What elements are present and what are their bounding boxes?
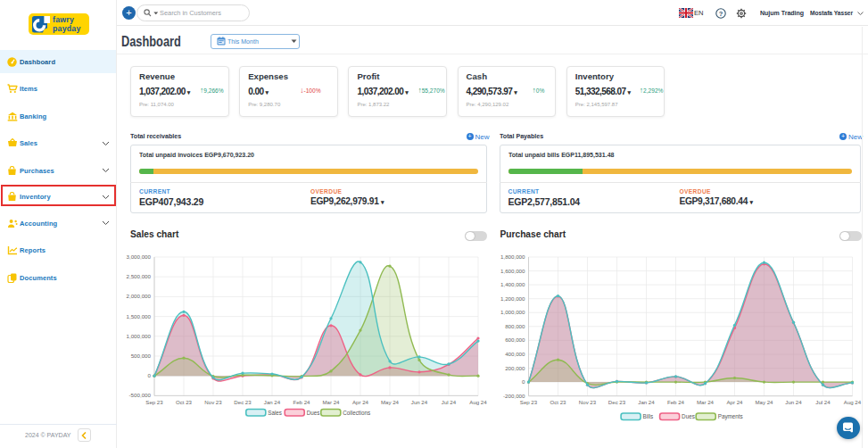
svg-text:Oct 23: Oct 23 <box>550 399 567 405</box>
svg-text:Oct 23: Oct 23 <box>176 399 193 405</box>
svg-text:Payments: Payments <box>718 413 743 420</box>
svg-text:1,500,000: 1,500,000 <box>126 313 151 319</box>
svg-text:Jun 24: Jun 24 <box>785 399 802 405</box>
svg-text:Jul 24: Jul 24 <box>442 399 457 405</box>
svg-text:Apr 24: Apr 24 <box>352 399 369 405</box>
svg-text:Feb 24: Feb 24 <box>293 399 311 405</box>
svg-text:Mar 24: Mar 24 <box>697 399 715 405</box>
svg-text:Dues: Dues <box>682 413 695 419</box>
svg-text:Sep 23: Sep 23 <box>145 399 163 405</box>
svg-text:800,000: 800,000 <box>505 323 525 329</box>
svg-text:Apr 24: Apr 24 <box>727 399 744 405</box>
svg-text:Dec 23: Dec 23 <box>608 399 626 405</box>
svg-text:Jan 24: Jan 24 <box>264 399 281 405</box>
svg-text:2,000,000: 2,000,000 <box>126 293 151 299</box>
svg-text:600,000: 600,000 <box>505 336 525 343</box>
svg-text:400,000: 400,000 <box>505 351 525 357</box>
svg-text:1,000,000: 1,000,000 <box>126 333 151 339</box>
svg-text:0: 0 <box>148 372 152 378</box>
svg-text:Dues: Dues <box>307 410 320 416</box>
svg-text:200,000: 200,000 <box>505 365 525 371</box>
svg-text:Nov 23: Nov 23 <box>579 399 597 405</box>
svg-text:Dec 23: Dec 23 <box>234 399 252 405</box>
svg-text:Sales: Sales <box>268 410 282 416</box>
svg-text:1,600,000: 1,600,000 <box>500 268 525 274</box>
svg-text:Jun 24: Jun 24 <box>411 399 428 405</box>
svg-text:1,400,000: 1,400,000 <box>500 281 525 287</box>
svg-text:Aug 24: Aug 24 <box>469 399 487 405</box>
svg-text:Collections: Collections <box>343 410 370 416</box>
svg-text:0: 0 <box>522 378 525 385</box>
svg-text:500,000: 500,000 <box>131 353 152 359</box>
svg-text:3,000,000: 3,000,000 <box>126 253 151 260</box>
svg-text:1,800,000: 1,800,000 <box>500 253 525 260</box>
svg-text:Mar 24: Mar 24 <box>323 399 341 405</box>
svg-text:Sep 23: Sep 23 <box>520 399 538 405</box>
svg-text:May 24: May 24 <box>756 399 774 405</box>
svg-text:-500,000: -500,000 <box>129 392 152 398</box>
svg-text:1,200,000: 1,200,000 <box>500 295 525 302</box>
svg-text:1,000,000: 1,000,000 <box>500 309 525 315</box>
svg-text:Bills: Bills <box>643 413 654 419</box>
svg-text:Nov 23: Nov 23 <box>204 399 222 405</box>
svg-text:Feb 24: Feb 24 <box>667 399 685 405</box>
svg-text:Jul 24: Jul 24 <box>815 399 831 405</box>
svg-text:Aug 24: Aug 24 <box>844 399 862 405</box>
svg-text:-200,000: -200,000 <box>503 393 525 399</box>
svg-text:May 24: May 24 <box>381 399 400 405</box>
svg-text:Jan 24: Jan 24 <box>638 399 655 405</box>
svg-text:2,500,000: 2,500,000 <box>126 273 151 279</box>
svg-text:?: ? <box>719 9 723 17</box>
